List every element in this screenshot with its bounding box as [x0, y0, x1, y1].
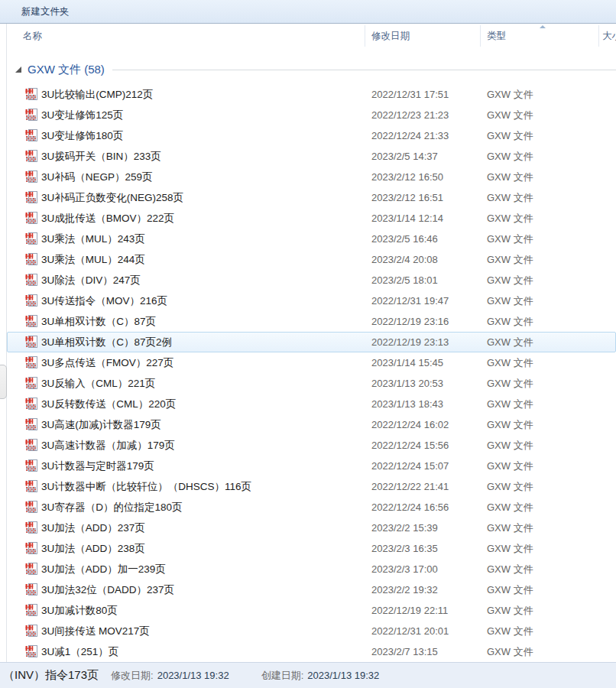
file-name: 3U反输入（CML）221页: [41, 373, 155, 394]
file-name: 3U变址修饰125页: [41, 105, 123, 125]
file-row[interactable]: 3U计数器与定时器179页 2022/12/24 15:07 GXW 文件: [7, 456, 616, 476]
file-row[interactable]: 3U高速(加减)计数器179页 2022/12/24 16:02 GXW 文件: [7, 414, 616, 435]
file-type: GXW 文件: [487, 456, 533, 476]
status-bar: （INV）指令173页 修改日期: 2023/1/13 19:32 创建日期: …: [0, 662, 616, 688]
file-row[interactable]: 3U减1（251）页 2023/2/7 13:15 GXW 文件: [7, 641, 616, 662]
file-name: 3U变址修饰180页: [41, 125, 123, 146]
gxw-file-icon: [25, 521, 37, 534]
column-header-name[interactable]: 名称: [23, 24, 42, 48]
file-row[interactable]: 3U成批传送（BMOV）222页 2023/1/14 12:14 GXW 文件: [7, 208, 616, 229]
file-date-modified: 2023/2/2 15:39: [371, 518, 438, 538]
file-row[interactable]: 3U加法（ADD）加一239页 2023/2/3 17:00 GXW 文件: [7, 559, 616, 579]
gxw-file-icon: [25, 480, 37, 492]
file-row[interactable]: 3U传送指令（MOV）216页 2022/12/31 19:47 GXW 文件: [7, 290, 616, 311]
file-row[interactable]: 3U寄存器（D）的位指定180页 2022/12/24 16:56 GXW 文件: [7, 497, 616, 518]
file-name: 3U加法32位（DADD）237页: [41, 579, 174, 600]
file-name: 3U拨码开关（BIN）233页: [41, 146, 161, 167]
file-row[interactable]: 3U反输入（CML）221页 2023/1/13 20:53 GXW 文件: [7, 373, 616, 394]
group-header[interactable]: GXW 文件 (58): [7, 57, 616, 82]
column-header-type[interactable]: 类型: [487, 24, 506, 48]
file-date-modified: 2023/2/12 16:51: [371, 187, 443, 208]
file-row[interactable]: 3U加减计数80页 2022/12/19 22:11 GXW 文件: [7, 600, 616, 621]
file-row[interactable]: 3U补码正负数变化(NEG)258页 2023/2/12 16:51 GXW 文…: [7, 187, 616, 208]
gxw-file-icon: [25, 439, 37, 451]
file-type: GXW 文件: [487, 229, 533, 249]
file-date-modified: 2023/2/3 17:00: [371, 559, 438, 579]
file-type: GXW 文件: [487, 579, 533, 600]
group-collapse-icon[interactable]: [15, 67, 21, 73]
file-row[interactable]: 3U单相双计数（C）87页2例 2022/12/19 23:13 GXW 文件: [7, 332, 616, 352]
status-modified-value: 2023/1/13 19:32: [157, 670, 229, 681]
column-header-size[interactable]: 大小: [602, 24, 616, 48]
file-type: GXW 文件: [487, 290, 533, 311]
gxw-file-icon: [25, 191, 37, 203]
file-row[interactable]: 3U加法（ADD）237页 2023/2/2 15:39 GXW 文件: [7, 518, 616, 538]
file-name: 3U乘法（MUL）244页: [41, 249, 145, 270]
column-separator[interactable]: [598, 25, 599, 47]
file-row[interactable]: 3U反转数传送（CML）220页 2023/1/13 18:43 GXW 文件: [7, 394, 616, 414]
gxw-file-icon: [25, 418, 37, 430]
file-date-modified: 2023/2/5 18:01: [371, 270, 438, 290]
file-name: 3U寄存器（D）的位指定180页: [41, 497, 183, 518]
file-type: GXW 文件: [487, 333, 533, 352]
gxw-file-icon: [25, 109, 37, 121]
gxw-file-icon: [25, 398, 37, 410]
file-type: GXW 文件: [487, 167, 533, 187]
file-name: 3U传送指令（MOV）216页: [41, 290, 167, 311]
file-name: 3U减1（251）页: [41, 641, 118, 662]
file-date-modified: 2022/12/31 19:47: [371, 290, 449, 311]
file-name: 3U加法（ADD）238页: [41, 538, 145, 559]
gxw-file-icon: [25, 294, 37, 307]
file-row[interactable]: 3U拨码开关（BIN）233页 2023/2/5 14:37 GXW 文件: [7, 146, 616, 167]
gxw-file-icon: [25, 377, 37, 389]
file-type: GXW 文件: [487, 497, 533, 518]
file-row[interactable]: 3U变址修饰180页 2022/12/24 21:33 GXW 文件: [7, 125, 616, 146]
sort-ascending-icon: [540, 25, 546, 28]
file-date-modified: 2022/12/19 22:11: [371, 600, 448, 621]
file-name: 3U间接传送 MOV217页: [41, 621, 150, 641]
file-date-modified: 2023/1/14 15:45: [371, 352, 443, 373]
file-name: 3U除法（DIV）247页: [41, 270, 141, 290]
file-row[interactable]: 3U乘法（MUL）244页 2023/2/4 20:08 GXW 文件: [7, 249, 616, 270]
column-separator[interactable]: [365, 25, 365, 47]
file-name: 3U高速(加减)计数器179页: [41, 414, 161, 435]
file-date-modified: 2023/2/7 13:15: [371, 641, 438, 662]
file-name: 3U单相双计数（C）87页: [41, 311, 156, 332]
group-rule: [112, 70, 616, 70]
file-name: 3U加减计数80页: [41, 600, 118, 621]
file-row[interactable]: 3U变址修饰125页 2022/12/23 21:23 GXW 文件: [7, 105, 616, 125]
new-folder-button[interactable]: 新建文件夹: [15, 0, 76, 23]
file-name: 3U成批传送（BMOV）222页: [41, 208, 174, 229]
file-type: GXW 文件: [487, 270, 533, 290]
column-header-row: 名称 修改日期 类型 大小: [7, 24, 616, 48]
gxw-file-icon: [25, 336, 37, 348]
status-selected-file-name: （INV）指令173页: [3, 668, 99, 683]
file-date-modified: 2023/1/13 20:53: [371, 373, 443, 394]
file-row[interactable]: 3U加法32位（DADD）237页 2023/2/2 19:32 GXW 文件: [7, 579, 616, 600]
nav-scrollbar-thumb[interactable]: [0, 365, 7, 399]
file-type: GXW 文件: [487, 476, 533, 497]
column-header-date-modified[interactable]: 修改日期: [371, 24, 410, 48]
status-created-label: 创建日期:: [261, 669, 304, 683]
file-row[interactable]: 3U高速计数器（加减）179页 2022/12/24 15:56 GXW 文件: [7, 435, 616, 456]
gxw-file-icon: [25, 212, 37, 224]
column-separator[interactable]: [480, 25, 481, 47]
file-row[interactable]: 3U间接传送 MOV217页 2022/12/31 20:01 GXW 文件: [7, 621, 616, 641]
file-name: 3U单相双计数（C）87页2例: [41, 333, 172, 352]
file-row[interactable]: 3U补码（NEGP）259页 2023/2/12 16:50 GXW 文件: [7, 167, 616, 187]
file-row[interactable]: 3U计数器中断（比较轩位）（DHSCS）116页 2022/12/22 21:4…: [7, 476, 616, 497]
file-date-modified: 2022/12/24 15:56: [371, 435, 449, 456]
file-row[interactable]: 3U单相双计数（C）87页 2022/12/19 23:16 GXW 文件: [7, 311, 616, 332]
file-row[interactable]: 3U比较输出(CMP)212页 2022/12/31 17:51 GXW 文件: [7, 84, 616, 105]
file-date-modified: 2023/2/5 14:37: [371, 146, 438, 167]
file-date-modified: 2023/1/14 12:14: [371, 208, 443, 229]
file-type: GXW 文件: [487, 559, 533, 579]
file-row[interactable]: 3U加法（ADD）238页 2023/2/3 16:35 GXW 文件: [7, 538, 616, 559]
gxw-file-icon: [25, 88, 37, 100]
file-row[interactable]: 3U除法（DIV）247页 2023/2/5 18:01 GXW 文件: [7, 270, 616, 290]
file-type: GXW 文件: [487, 641, 533, 662]
group-label[interactable]: GXW 文件 (58): [28, 63, 105, 77]
gxw-file-icon: [25, 583, 37, 596]
file-row[interactable]: 3U乘法（MUL）243页 2023/2/5 16:46 GXW 文件: [7, 229, 616, 249]
file-row[interactable]: 3U多点传送（FMOV）227页 2023/1/14 15:45 GXW 文件: [7, 352, 616, 373]
